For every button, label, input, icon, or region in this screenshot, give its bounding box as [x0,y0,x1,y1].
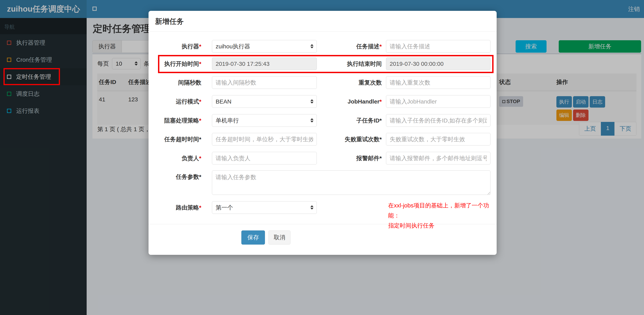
start-time-input[interactable] [212,58,317,70]
select-caret-icon [310,99,314,104]
route-strategy-label: 路由策略* [148,201,212,214]
executor-select[interactable]: zuihou执行器 [212,40,317,53]
run-mode-label: 运行模式* [148,95,212,108]
route-strategy-select[interactable]: 第一个 [212,201,317,214]
interval-seconds-label: 间隔秒数 [148,76,212,89]
jobhandler-label: JobHandler* [317,95,386,108]
required-mark: * [199,204,201,211]
subtask-id-input[interactable] [386,114,490,127]
fail-retry-input[interactable] [386,133,490,146]
form-row-timeout-retry: 任务超时时间* 失败重试次数* [148,133,490,146]
owner-label: 负责人* [148,152,212,164]
required-mark: * [380,98,382,105]
feature-note: 在xxl-jobs项目的基础上，新增了一个功能： 指定时间执行任务 [388,200,490,214]
alarm-email-label: 报警邮件* [317,152,386,164]
required-mark: * [380,136,382,142]
form-row-route-strategy: 路由策略* 第一个 在xxl-jobs项目的基础上，新增了一个功能： 指定时间执… [148,201,490,214]
repeat-count-input[interactable] [386,76,490,89]
required-mark: * [380,43,382,50]
required-mark: * [199,117,201,124]
required-mark: * [380,117,382,124]
select-caret-icon [310,205,314,210]
task-desc-label: 任务描述* [317,40,386,53]
repeat-count-label: 重复次数 [317,76,386,89]
form-row-runmode-jobhandler: 运行模式* BEAN JobHandler* [148,95,490,108]
task-timeout-input[interactable] [212,133,317,146]
select-caret-icon [310,44,314,48]
required-mark: * [199,61,201,67]
run-mode-select[interactable]: BEAN [212,95,317,108]
required-mark: * [199,136,201,142]
task-params-label: 任务参数* [148,170,212,195]
form-row-task-params: 任务参数* [148,170,490,195]
task-params-textarea[interactable] [212,170,490,195]
task-desc-input[interactable] [386,40,490,53]
owner-input[interactable] [212,152,317,164]
form-row-owner-email: 负责人* 报警邮件* [148,152,490,164]
end-time-input[interactable] [386,58,490,70]
required-mark: * [380,155,382,161]
required-mark: * [199,98,201,105]
required-mark: * [199,174,201,180]
start-time-label: 执行开始时间* [148,58,212,70]
jobhandler-input[interactable] [386,95,490,108]
fail-retry-label: 失败重试次数* [317,133,386,146]
block-strategy-select[interactable]: 单机串行 [212,114,317,127]
alarm-email-input[interactable] [386,152,490,164]
task-timeout-label: 任务超时时间* [148,133,212,146]
required-mark: * [199,43,201,50]
save-button[interactable]: 保存 [241,230,265,245]
interval-seconds-input[interactable] [212,76,317,89]
modal-header: 新增任务 [148,11,497,32]
block-strategy-label: 阻塞处理策略* [148,114,212,127]
add-task-modal: 新增任务 执行器* zuihou执行器 任务描述* 执行开始时间* 执行结束时间… [148,11,497,255]
modal-footer: 保存 取消 [148,224,497,245]
subtask-id-label: 子任务ID* [317,114,386,127]
form-row-executor-desc: 执行器* zuihou执行器 任务描述* [148,40,490,53]
required-mark: * [199,155,201,161]
executor-label: 执行器* [148,40,212,53]
form-row-block-strategy-subtask: 阻塞处理策略* 单机串行 子任务ID* [148,114,490,127]
modal-title: 新增任务 [155,18,184,25]
select-caret-icon [310,118,314,123]
end-time-label: 执行结束时间 [317,58,386,70]
form-row-interval-repeat: 间隔秒数 重复次数 [148,76,490,89]
form-row-start-end-time: 执行开始时间* 执行结束时间 [148,58,490,70]
cancel-button[interactable]: 取消 [268,230,290,245]
